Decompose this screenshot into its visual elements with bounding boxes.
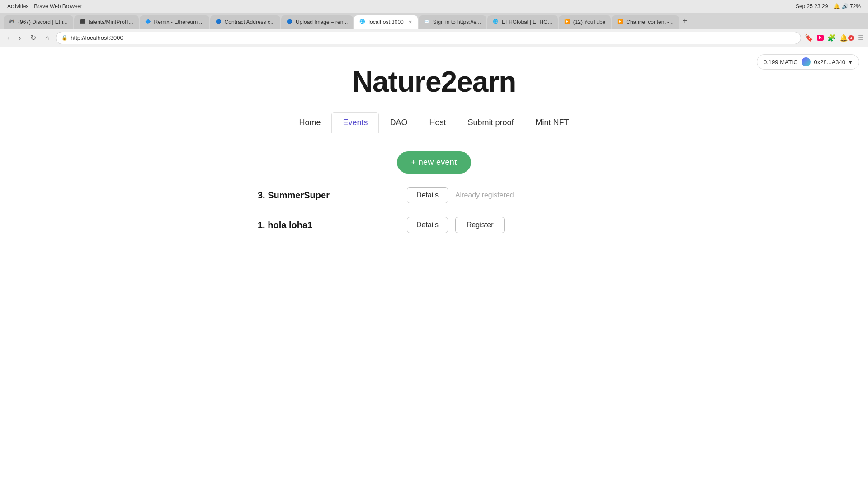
home-button[interactable]: ⌂ bbox=[42, 32, 52, 44]
notification-icon[interactable]: 🔔4 bbox=[840, 34, 854, 42]
browser-label: Brave Web Browser bbox=[34, 3, 82, 9]
new-event-button[interactable]: + new event bbox=[397, 151, 472, 174]
nav-item-home[interactable]: Home bbox=[288, 113, 331, 133]
tab-favicon: 🔷 bbox=[145, 19, 151, 25]
event-name: 1. hola loha1 bbox=[258, 220, 348, 230]
notif-count: 4 bbox=[848, 35, 854, 41]
tab-favicon: ▶️ bbox=[564, 19, 571, 25]
lock-icon: 🔒 bbox=[61, 35, 68, 41]
details-button[interactable]: Details bbox=[407, 187, 448, 203]
tab-localhost[interactable]: 🌐 localhost:3000 ✕ bbox=[354, 15, 417, 29]
datetime-label: Sep 25 23:29 bbox=[796, 3, 828, 9]
wallet-badge[interactable]: 0.199 MATIC 0x28...A340 ▾ bbox=[757, 54, 859, 70]
events-section: + new event 3. SummerSuper Details Alrea… bbox=[231, 147, 637, 251]
wallet-address: 0x28...A340 bbox=[814, 59, 845, 66]
tab-label: talents/MintProfil... bbox=[89, 19, 133, 25]
os-bar-right: Sep 25 23:29 🔔 🔊 72% bbox=[796, 3, 861, 9]
event-actions: Details Already registered bbox=[407, 187, 514, 203]
list-item: 1. hola loha1 Details Register bbox=[258, 217, 628, 233]
tab-favicon: 🌐 bbox=[359, 19, 366, 25]
tab-upload[interactable]: 🔵 Upload Image – ren... bbox=[281, 15, 353, 29]
app-container: 0.199 MATIC 0x28...A340 ▾ Nature2earn Ho… bbox=[0, 47, 868, 488]
nav-item-dao[interactable]: DAO bbox=[379, 113, 418, 133]
tab-favicon: 🌐 bbox=[493, 19, 499, 25]
wallet-avatar bbox=[802, 57, 811, 66]
event-list: 3. SummerSuper Details Already registere… bbox=[240, 187, 628, 233]
tab-label: ETHGlobal | ETHO... bbox=[502, 19, 552, 25]
app-title: Nature2earn bbox=[0, 65, 868, 99]
event-name: 3. SummerSuper bbox=[258, 190, 348, 201]
tab-favicon: 🔵 bbox=[287, 19, 293, 25]
nav-item-mint-nft[interactable]: Mint NFT bbox=[525, 113, 580, 133]
new-tab-button[interactable]: + bbox=[680, 16, 690, 26]
back-button[interactable]: ‹ bbox=[5, 32, 12, 44]
tab-talents[interactable]: ⬛ talents/MintProfil... bbox=[74, 15, 139, 29]
forward-button[interactable]: › bbox=[16, 32, 24, 44]
url-text: http://localhost:3000 bbox=[71, 34, 123, 41]
menu-icon[interactable]: ☰ bbox=[858, 34, 863, 42]
reload-button[interactable]: ↻ bbox=[28, 32, 39, 44]
tab-close-icon[interactable]: ✕ bbox=[408, 19, 412, 25]
nav-menu: Home Events DAO Host Submit proof Mint N… bbox=[0, 112, 868, 133]
tab-remix[interactable]: 🔷 Remix - Ethereum ... bbox=[140, 15, 209, 29]
details-button[interactable]: Details bbox=[407, 217, 448, 233]
address-bar[interactable]: 🔒 http://localhost:3000 bbox=[56, 32, 801, 44]
activities-label[interactable]: Activities bbox=[7, 3, 28, 9]
battery-label: 🔔 🔊 72% bbox=[833, 3, 861, 9]
tab-label: (12) YouTube bbox=[573, 19, 606, 25]
os-bar: Activities Brave Web Browser Sep 25 23:2… bbox=[0, 0, 868, 13]
tab-label: Contract Address c... bbox=[225, 19, 275, 25]
tab-label: Sign in to https://e... bbox=[433, 19, 481, 25]
nav-item-events[interactable]: Events bbox=[331, 112, 379, 133]
tab-label: Remix - Ethereum ... bbox=[154, 19, 204, 25]
nav-item-host[interactable]: Host bbox=[418, 113, 457, 133]
tab-youtube[interactable]: ▶️ (12) YouTube bbox=[559, 15, 611, 29]
tab-ethglobal[interactable]: 🌐 ETHGlobal | ETHO... bbox=[487, 15, 558, 29]
tab-label: Upload Image – ren... bbox=[296, 19, 348, 25]
nav-item-submit-proof[interactable]: Submit proof bbox=[457, 113, 525, 133]
tab-favicon: 🎮 bbox=[9, 19, 15, 25]
register-button[interactable]: Register bbox=[455, 217, 505, 233]
tab-signin[interactable]: ✉️ Sign in to https://e... bbox=[419, 15, 486, 29]
tab-favicon: ▶️ bbox=[617, 19, 623, 25]
tab-label: Channel content -... bbox=[626, 19, 674, 25]
tab-discord[interactable]: 🎮 (967) Discord | Eth... bbox=[4, 15, 73, 29]
extensions-icon[interactable]: 🧩 bbox=[827, 34, 836, 42]
wallet-balance: 0.199 MATIC bbox=[764, 59, 798, 66]
nav-right-icons: 🔖 B 🧩 🔔4 ☰ bbox=[805, 34, 863, 42]
tab-favicon: 🔵 bbox=[216, 19, 222, 25]
brave-shield-icon[interactable]: B bbox=[817, 35, 824, 41]
tab-contract[interactable]: 🔵 Contract Address c... bbox=[210, 15, 280, 29]
tab-favicon: ✉️ bbox=[424, 19, 430, 25]
tab-bar: 🎮 (967) Discord | Eth... ⬛ talents/MintP… bbox=[0, 13, 868, 29]
bookmark-icon[interactable]: 🔖 bbox=[805, 34, 813, 42]
list-item: 3. SummerSuper Details Already registere… bbox=[258, 187, 628, 203]
tab-label: localhost:3000 bbox=[368, 19, 403, 25]
nav-bar: ‹ › ↻ ⌂ 🔒 http://localhost:3000 🔖 B 🧩 🔔4… bbox=[0, 29, 868, 47]
tab-channel[interactable]: ▶️ Channel content -... bbox=[612, 15, 679, 29]
app-header: Nature2earn bbox=[0, 47, 868, 112]
tab-favicon: ⬛ bbox=[80, 19, 86, 25]
os-bar-left: Activities Brave Web Browser bbox=[7, 3, 82, 9]
wallet-chevron-icon: ▾ bbox=[849, 59, 852, 66]
already-registered-label: Already registered bbox=[455, 191, 514, 199]
tab-label: (967) Discord | Eth... bbox=[18, 19, 68, 25]
event-actions: Details Register bbox=[407, 217, 505, 233]
